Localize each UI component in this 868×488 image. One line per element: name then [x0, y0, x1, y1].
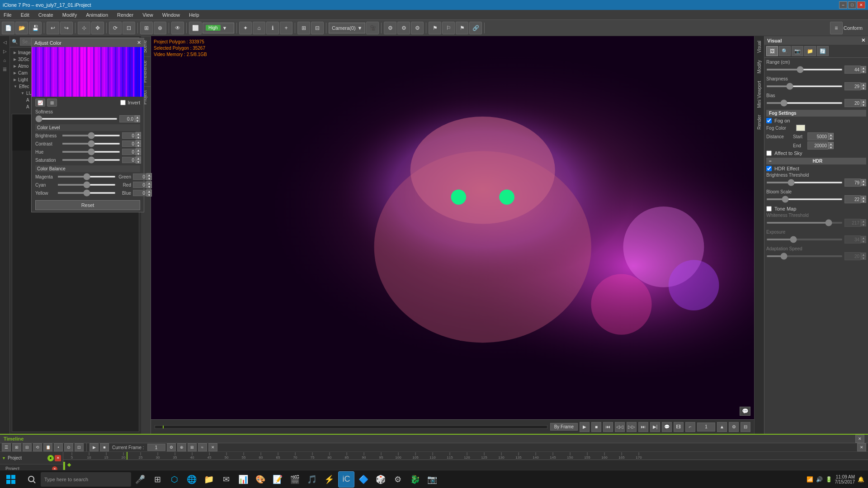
- tl-settings[interactable]: ⚙: [167, 443, 176, 451]
- taskbar-app7[interactable]: 🎵: [304, 471, 320, 488]
- grid2-btn[interactable]: ⊟: [311, 22, 324, 34]
- bt-down[interactable]: ▼: [861, 183, 866, 186]
- current-frame-input[interactable]: [147, 444, 165, 451]
- brightness-up[interactable]: ▲: [136, 132, 141, 136]
- chat-btn[interactable]: 💬: [662, 422, 672, 432]
- fog-end-up[interactable]: ▲: [828, 142, 834, 145]
- range-value[interactable]: [844, 66, 861, 74]
- play-button[interactable]: ▶: [580, 422, 590, 432]
- menu-create[interactable]: Create: [37, 11, 55, 19]
- timeline-scrubber[interactable]: [155, 425, 547, 429]
- visual-side-tab[interactable]: Visual: [756, 37, 763, 56]
- camera-dropdown[interactable]: Camera(0) ▼: [329, 23, 365, 33]
- magenta-down[interactable]: ▼: [146, 177, 152, 180]
- fog-color-swatch[interactable]: [796, 125, 805, 131]
- nav-home[interactable]: ⌂: [1, 56, 9, 64]
- tl-btn-8[interactable]: ⊡: [75, 443, 84, 451]
- taskbar-app13[interactable]: 📷: [424, 471, 440, 488]
- contrast-value[interactable]: [122, 141, 136, 147]
- contrast-slider[interactable]: [62, 143, 120, 145]
- quality-dropdown[interactable]: High ▼: [203, 23, 234, 33]
- softness-value[interactable]: [119, 115, 135, 122]
- softness-up[interactable]: ▲: [135, 115, 140, 119]
- color-table-btn[interactable]: ⊞: [47, 99, 57, 107]
- tl-btn-5[interactable]: 📋: [43, 443, 52, 451]
- sharpness-down[interactable]: ▼: [861, 86, 866, 90]
- bt-up[interactable]: ▲: [861, 179, 866, 183]
- taskbar-app11[interactable]: ⚙: [390, 471, 406, 488]
- tl-btn-4[interactable]: ⟲: [33, 443, 42, 451]
- reset-button[interactable]: Reset: [35, 200, 140, 210]
- chat-icon[interactable]: 💬: [740, 407, 750, 416]
- menu-view[interactable]: View: [141, 11, 155, 19]
- taskbar-chrome[interactable]: 🌐: [184, 471, 200, 488]
- prev-keyframe[interactable]: ⏮: [603, 422, 613, 432]
- info-btn[interactable]: ℹ: [266, 22, 279, 34]
- menu-render[interactable]: Render: [115, 11, 135, 19]
- brightness-threshold-value[interactable]: [844, 178, 861, 187]
- flag2-btn[interactable]: ⚐: [442, 22, 455, 34]
- flag3-btn[interactable]: ⚑: [456, 22, 468, 34]
- brightness-down[interactable]: ▼: [136, 136, 141, 139]
- taskbar-app1[interactable]: 📁: [201, 471, 217, 488]
- save-btn[interactable]: 💾: [29, 22, 42, 34]
- modify-side-tab[interactable]: Modify: [756, 56, 763, 77]
- visual-tab-1[interactable]: 🖼: [766, 46, 778, 56]
- taskbar-app3[interactable]: 📊: [235, 471, 251, 488]
- bias-down[interactable]: ▼: [861, 103, 866, 107]
- sharpness-up[interactable]: ▲: [861, 83, 866, 86]
- yellow-up[interactable]: ▲: [146, 189, 152, 193]
- eye-btn[interactable]: 👁: [171, 22, 184, 34]
- link-btn[interactable]: 🔗: [469, 22, 482, 34]
- hdr-minus[interactable]: –: [769, 159, 772, 164]
- transform-btn[interactable]: ⊞: [140, 22, 153, 34]
- range-down[interactable]: ▼: [861, 70, 866, 73]
- tl-expand[interactable]: ✕: [857, 443, 866, 451]
- taskbar-search-box[interactable]: Type here to search: [41, 472, 131, 487]
- camera-rec-btn[interactable]: 🎥: [366, 22, 379, 34]
- taskbar-app4[interactable]: 🎨: [252, 471, 269, 488]
- tl-btn-2[interactable]: ⊞: [12, 443, 21, 451]
- stop-button[interactable]: ■: [591, 422, 601, 432]
- taskbar-app9[interactable]: 🔷: [355, 471, 372, 488]
- tl-btn-1[interactable]: ☰: [2, 443, 11, 451]
- softness-down[interactable]: ▼: [135, 119, 140, 122]
- fog-start-down[interactable]: ▼: [828, 136, 834, 140]
- range-up[interactable]: ▲: [861, 66, 866, 70]
- yellow-slider[interactable]: [57, 192, 116, 194]
- redo-btn[interactable]: ↪: [60, 22, 73, 34]
- tone-map-checkbox[interactable]: [766, 206, 772, 211]
- yellow-value[interactable]: [133, 190, 146, 196]
- bias-value[interactable]: [844, 99, 861, 107]
- start-button[interactable]: [0, 470, 22, 488]
- notification-icon[interactable]: 🔔: [858, 476, 864, 483]
- visual-close[interactable]: ✕: [861, 38, 865, 43]
- attach-btn[interactable]: ⊕: [154, 22, 166, 34]
- menu-file[interactable]: File: [2, 11, 14, 19]
- magenta-up[interactable]: ▲: [146, 173, 152, 177]
- maximize-button[interactable]: □: [848, 1, 856, 9]
- softness-slider[interactable]: [35, 118, 118, 120]
- nav-back[interactable]: ◁: [1, 38, 9, 46]
- undo-btn[interactable]: ↩: [47, 22, 59, 34]
- bs-up[interactable]: ▲: [861, 196, 866, 199]
- taskbar-search[interactable]: [24, 471, 40, 488]
- visual-tab-3[interactable]: 📷: [792, 46, 803, 56]
- select-btn[interactable]: ⊹: [78, 22, 90, 34]
- mark-btn[interactable]: ⌐: [685, 422, 695, 432]
- volume-icon[interactable]: 🔊: [816, 476, 823, 483]
- fog-start-value[interactable]: [807, 132, 828, 141]
- nav-list[interactable]: ☰: [1, 65, 9, 73]
- fog-end-down[interactable]: ▼: [828, 145, 834, 149]
- prev-frame[interactable]: ◁◁: [615, 422, 625, 432]
- play-btn[interactable]: ⟳: [109, 22, 122, 34]
- layout-btn[interactable]: ⊟: [741, 422, 750, 432]
- visual-tab-5[interactable]: 🔄: [817, 46, 829, 56]
- visual-tab-2[interactable]: 🔍: [779, 46, 791, 56]
- contrast-up[interactable]: ▲: [136, 140, 141, 144]
- home-btn[interactable]: ⌂: [253, 22, 265, 34]
- brightness-slider[interactable]: [62, 135, 120, 136]
- taskbar-cortana[interactable]: 🎤: [132, 471, 148, 488]
- taskbar-app2[interactable]: ✉: [218, 471, 234, 488]
- flag1-btn[interactable]: ⚑: [429, 22, 441, 34]
